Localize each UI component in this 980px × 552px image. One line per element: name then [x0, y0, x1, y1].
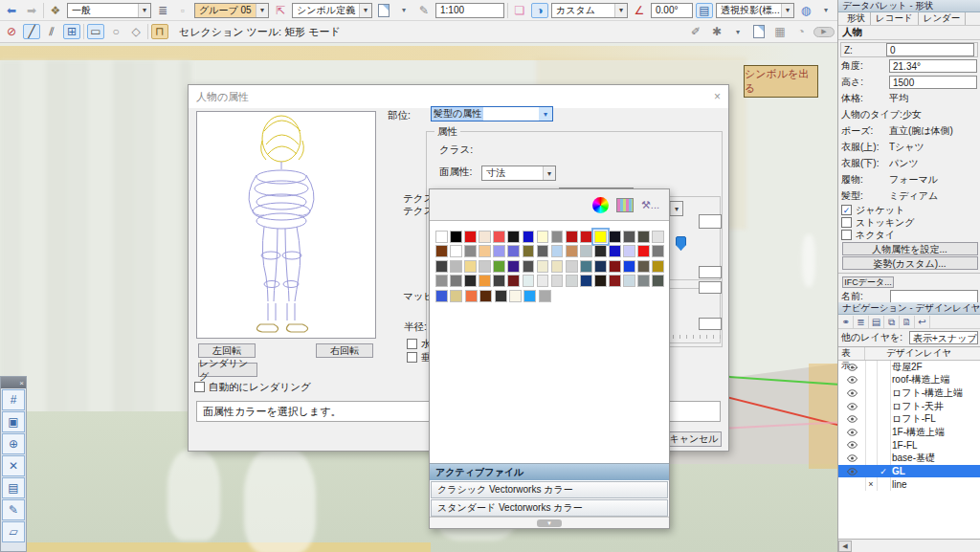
color-swatch[interactable]	[551, 231, 564, 243]
color-swatch[interactable]	[435, 290, 448, 302]
color-swatch[interactable]	[537, 260, 549, 273]
color-swatch[interactable]	[523, 260, 535, 273]
color-palette-icon[interactable]	[616, 198, 634, 212]
compass-tool-icon[interactable]: ⊕	[2, 433, 25, 454]
color-swatch[interactable]	[435, 260, 448, 273]
color-swatch[interactable]	[537, 245, 549, 257]
layer-row[interactable]: ✓GL	[838, 465, 980, 478]
option-checkbox[interactable]: ✓ジャケット	[838, 204, 980, 216]
color-swatch[interactable]	[594, 231, 607, 243]
layer-row[interactable]: 1F-FL	[838, 439, 980, 453]
color-swatch[interactable]	[479, 275, 491, 287]
window-icon[interactable]: ❏	[511, 3, 528, 18]
vertical-checkbox[interactable]: 垂直	[407, 351, 430, 364]
layer-row[interactable]: ロフト-FL	[838, 412, 980, 426]
color-swatch[interactable]	[551, 260, 564, 273]
texture-field-1[interactable]	[699, 214, 722, 229]
layer-row[interactable]: 母屋2F	[838, 361, 980, 374]
document-icon[interactable]	[375, 3, 392, 18]
color-swatch[interactable]	[623, 245, 635, 257]
color-swatch[interactable]	[493, 231, 505, 243]
class-dropdown[interactable]: 寸法 ▾	[481, 166, 556, 181]
tab-形状[interactable]: 形状	[842, 12, 871, 25]
color-swatch[interactable]	[609, 275, 621, 287]
back-icon[interactable]: ↩	[915, 316, 930, 328]
color-swatch[interactable]	[580, 245, 592, 257]
color-swatch[interactable]	[435, 231, 448, 243]
gear-icon[interactable]: ✱	[708, 24, 725, 39]
palette-titlebar[interactable]: ×	[1, 377, 26, 388]
texture-field-3[interactable]	[699, 281, 722, 294]
color-swatch[interactable]	[435, 245, 448, 257]
polygon-select-icon[interactable]: ◇	[127, 24, 145, 39]
color-swatch[interactable]	[523, 245, 535, 257]
nav-back-icon[interactable]: ⬅	[3, 3, 20, 18]
color-swatch[interactable]	[580, 231, 592, 243]
color-swatch[interactable]	[450, 290, 462, 302]
layer-row[interactable]: ロフト-構造上端	[838, 386, 980, 400]
visibility-eye-icon[interactable]	[838, 364, 865, 371]
cross-tool-icon[interactable]: ✕	[2, 455, 25, 476]
color-swatch[interactable]	[551, 275, 564, 287]
pen-icon[interactable]: ✎	[415, 3, 433, 18]
projection-dropdown[interactable]: 透視投影(標... ▾	[716, 3, 794, 18]
layer-row[interactable]: ×line	[838, 477, 980, 491]
color-swatch[interactable]	[652, 275, 664, 287]
color-swatch[interactable]	[609, 260, 621, 273]
color-swatch[interactable]	[623, 275, 635, 287]
layer-row[interactable]: roof-構造上端	[838, 374, 980, 387]
color-swatch[interactable]	[594, 245, 607, 257]
color-swatch[interactable]	[609, 231, 621, 243]
color-swatch[interactable]	[479, 290, 492, 302]
layer-row[interactable]: ロフト-天井	[838, 400, 980, 413]
color-swatch[interactable]	[509, 290, 522, 302]
edit-group-icon[interactable]: ⇱	[272, 3, 289, 18]
color-swatch[interactable]	[652, 231, 664, 243]
clay-icon[interactable]: ◔	[792, 24, 810, 39]
color-swatch[interactable]	[637, 231, 650, 243]
visibility-eye-icon[interactable]	[838, 389, 865, 397]
color-swatch[interactable]	[537, 275, 549, 287]
color-swatch[interactable]	[493, 260, 505, 273]
snap-grid-icon[interactable]: ╱	[23, 24, 40, 39]
color-swatch[interactable]	[507, 260, 520, 273]
visibility-eye-icon[interactable]	[838, 441, 865, 449]
color-swatch[interactable]	[495, 290, 507, 302]
color-swatch[interactable]	[507, 245, 520, 257]
color-swatch[interactable]	[637, 245, 650, 257]
color-swatch[interactable]	[637, 275, 650, 287]
tab-レコード[interactable]: レコード	[871, 12, 919, 25]
rotate-right-button[interactable]: 右回転	[316, 343, 373, 358]
color-swatch[interactable]	[479, 245, 491, 257]
angle-field[interactable]: 0.00°	[651, 3, 693, 18]
picker-section[interactable]: クラシック Vectorworks カラー	[431, 481, 668, 498]
color-swatch[interactable]	[623, 260, 635, 273]
view-dropdown[interactable]: シンボル定義 ▾	[292, 3, 372, 18]
color-swatch[interactable]	[566, 245, 578, 257]
gear-chevron-icon[interactable]: ▾	[729, 24, 746, 39]
color-swatch[interactable]	[652, 260, 664, 273]
class-dropdown[interactable]: 一般 ▾	[67, 3, 151, 18]
color-swatch[interactable]	[493, 245, 505, 257]
visibility-eye-icon[interactable]	[838, 376, 865, 384]
color-swatch[interactable]	[450, 231, 462, 243]
scroll-left-icon[interactable]: ◀	[838, 541, 852, 552]
color-swatch[interactable]	[479, 260, 491, 273]
color-swatch[interactable]	[464, 231, 477, 243]
color-swatch[interactable]	[652, 245, 664, 257]
color-swatch[interactable]	[464, 275, 477, 287]
layer-dropdown[interactable]: グループ 05 ▾	[194, 3, 269, 18]
view-mode-icon[interactable]: ◑	[531, 3, 548, 18]
auto-render-checkbox[interactable]: 自動的にレンダリング	[194, 381, 311, 394]
clip-cube-icon[interactable]: ▤	[696, 3, 713, 18]
snap-edge-icon[interactable]: ⊞	[63, 24, 80, 39]
texture-field-2[interactable]	[699, 266, 722, 278]
document-chevron-icon[interactable]: ▾	[395, 3, 412, 18]
attribute-value[interactable]: 直立(腕は体側)	[889, 124, 977, 138]
color-swatch[interactable]	[580, 260, 592, 273]
bench-mode-icon[interactable]: ⊓	[151, 24, 168, 39]
saved-view-icon[interactable]: ❖	[47, 3, 64, 18]
option-checkbox[interactable]: ネクタイ	[838, 229, 980, 241]
horizontal-checkbox[interactable]: 水平	[407, 338, 430, 351]
navigation-titlebar[interactable]: ナビゲーション - デザインレイヤ	[838, 302, 980, 315]
